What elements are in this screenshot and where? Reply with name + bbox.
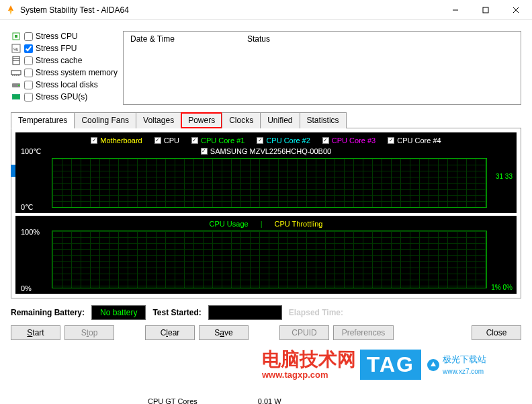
cpu-icon [11,31,21,42]
disk-icon [11,79,21,90]
preferences-button[interactable]: Preferences [333,325,394,340]
tab-voltages[interactable]: Voltages [136,112,181,128]
usage-grid [52,231,487,288]
stress-gpu-label: Stress GPU(s) [36,92,87,102]
tab-statistics[interactable]: Statistics [300,112,347,128]
graphs-container: ✓Motherboard ✓CPU ✓CPU Core #1 ✓CPU Core… [11,128,521,298]
tab-powers[interactable]: Powers [181,112,222,128]
stress-cpu-checkbox[interactable] [24,32,33,41]
stress-disks-checkbox[interactable] [24,81,33,89]
start-button[interactable]: Start [11,325,60,340]
footer-cpu-gt-label: CPU GT Cores [148,397,197,404]
test-started-value [208,305,282,320]
gpu-icon [11,91,21,102]
tab-strip: Temperatures Cooling Fans Voltages Power… [11,112,521,128]
stress-gpu-option[interactable]: Stress GPU(s) [11,91,118,102]
temperature-graph: ✓Motherboard ✓CPU ✓CPU Core #1 ✓CPU Core… [15,132,517,213]
temp-y-min: 0℃ [21,203,33,212]
watermark-tag: TAG 极光下载站 www.xz7.com [360,350,486,380]
log-panel: Date & Time Status [123,31,521,105]
usage-y-max: 100% [21,228,40,236]
usage-legend: CPU Usage | CPU Throttling [18,220,514,228]
temp-y-max: 100℃ [21,147,41,156]
battery-value: No battery [91,305,146,320]
stress-cache-checkbox[interactable] [24,56,33,65]
legend-cpu-throttling: CPU Throttling [275,220,323,228]
stress-disks-label: Stress local disks [36,80,98,89]
temperature-legend: ✓Motherboard ✓CPU ✓CPU Core #1 ✓CPU Core… [18,136,514,145]
stress-disks-option[interactable]: Stress local disks [11,79,118,90]
footer-cpu-gt-value: 0.01 W [258,397,281,404]
app-icon [5,5,16,15]
tab-cooling-fans[interactable]: Cooling Fans [74,112,136,128]
svg-point-17 [18,85,19,86]
tab-temperatures[interactable]: Temperatures [11,112,75,128]
fpu-icon: % [11,43,21,54]
save-button[interactable]: Save [199,325,249,340]
log-header: Date & Time Status [124,32,521,46]
cpuid-button[interactable]: CPUID [279,325,329,340]
stop-button[interactable]: Stop [64,325,114,340]
cache-icon [11,55,21,66]
stress-fpu-option[interactable]: % Stress FPU [11,43,118,54]
tab-clocks[interactable]: Clocks [222,112,261,128]
legend-core1[interactable]: ✓CPU Core #1 [191,136,245,145]
legend-separator: | [261,220,263,228]
svg-rect-1 [483,7,488,13]
stress-cache-option[interactable]: Stress cache [11,55,118,66]
temp-current-reading: 31 33 [496,173,513,180]
window-title: System Stability Test - AIDA64 [20,5,440,15]
aurora-icon [427,358,440,372]
legend-motherboard[interactable]: ✓Motherboard [91,136,142,145]
legend-core3[interactable]: ✓CPU Core #3 [322,136,375,145]
legend-cpu-usage: CPU Usage [210,220,249,228]
svg-point-20 [427,359,439,371]
svg-rect-11 [11,71,21,75]
stress-cache-label: Stress cache [36,56,82,65]
memory-icon [11,67,21,78]
log-col-datetime: Date & Time [130,34,247,44]
svg-rect-19 [13,95,19,99]
status-row: Remaining Battery: No battery Test Start… [11,305,521,320]
clear-button[interactable]: Clear [145,325,195,340]
svg-rect-5 [15,35,17,38]
battery-label: Remaining Battery: [11,308,85,317]
legend-cpu[interactable]: ✓CPU [154,136,179,145]
temperature-legend-2: ✓SAMSUNG MZVL2256HCHQ-00B00 [18,147,514,155]
window-body: Stress CPU % Stress FPU Stress cache Str… [0,20,532,404]
stress-memory-option[interactable]: Stress system memory [11,67,118,78]
stress-memory-label: Stress system memory [36,68,118,77]
temperature-grid [52,158,487,208]
stress-fpu-label: Stress FPU [36,44,77,53]
close-button[interactable] [500,1,531,19]
stress-cpu-option[interactable]: Stress CPU [11,31,118,42]
log-col-status: Status [247,34,514,44]
stress-cpu-label: Stress CPU [36,32,78,41]
stress-fpu-checkbox[interactable] [24,44,33,53]
stress-memory-checkbox[interactable] [24,69,33,77]
elapsed-label: Elapsed Time: [289,308,343,317]
button-row: Start Stop Clear Save CPUID Preferences … [11,325,521,340]
maximize-button[interactable] [470,1,500,19]
watermark-cn-1: 电脑技术网 www.tagxp.com [262,350,356,380]
title-bar: System Stability Test - AIDA64 [0,0,532,20]
usage-y-min: 0% [21,284,32,292]
svg-text:%: % [13,46,18,52]
tab-unified[interactable]: Unified [260,112,300,128]
usage-current-reading: 1% 0% [491,284,513,291]
legend-ssd[interactable]: ✓SAMSUNG MZVL2256HCHQ-00B00 [201,147,331,155]
minimize-button[interactable] [440,1,470,19]
cpu-usage-graph: CPU Usage | CPU Throttling 100% 0% 1% 0% [15,216,517,294]
stress-options: Stress CPU % Stress FPU Stress cache Str… [11,31,118,105]
window-controls [440,1,531,19]
footer-reading: CPU GT Cores 0.01 W [148,397,281,404]
top-row: Stress CPU % Stress FPU Stress cache Str… [11,31,521,105]
legend-core2[interactable]: ✓CPU Core #2 [257,136,310,145]
stress-gpu-checkbox[interactable] [24,93,33,102]
close-window-button[interactable]: Close [472,325,521,340]
legend-core4[interactable]: ✓CPU Core #4 [388,136,441,145]
test-started-label: Test Started: [152,308,201,317]
